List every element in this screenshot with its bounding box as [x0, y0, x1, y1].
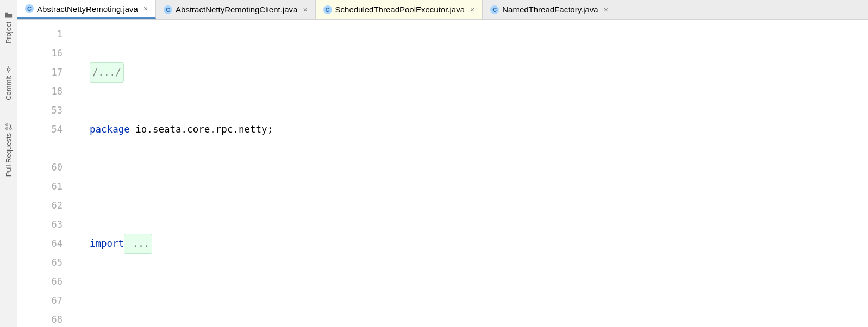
- tab-label: NamedThreadFactory.java: [502, 5, 598, 14]
- line-number: 1: [17, 25, 63, 44]
- line-number: 68: [17, 310, 63, 327]
- class-file-icon: C: [25, 4, 34, 13]
- class-file-icon: C: [164, 5, 172, 14]
- line-number: 67: [17, 291, 63, 310]
- package-path: io.seata.core.rpc.netty;: [130, 120, 273, 139]
- editor-tab-bar: C AbstractNettyRemoting.java × C Abstrac…: [17, 0, 868, 20]
- folded-region[interactable]: /.../: [90, 62, 124, 83]
- tab-abstract-netty-remoting[interactable]: C AbstractNettyRemoting.java ×: [17, 0, 156, 19]
- line-number: 18: [17, 82, 63, 101]
- tab-abstract-netty-remoting-client[interactable]: C AbstractNettyRemotingClient.java ×: [156, 0, 315, 19]
- line-number: 66: [17, 272, 63, 291]
- commit-icon: [4, 65, 13, 74]
- line-number: 60: [17, 158, 63, 177]
- folded-imports[interactable]: ...: [124, 234, 152, 254]
- close-icon[interactable]: ×: [604, 5, 608, 14]
- line-number: 64: [17, 234, 63, 253]
- tool-pr-label: Pull Requests: [4, 133, 13, 177]
- folder-icon: [4, 11, 13, 20]
- svg-point-3: [5, 124, 8, 126]
- tab-label: AbstractNettyRemotingClient.java: [176, 5, 297, 14]
- line-number: 63: [17, 215, 63, 234]
- left-tool-strip: Project Commit Pull Requests: [0, 0, 17, 327]
- line-number: 62: [17, 196, 63, 215]
- pull-request-icon: [4, 122, 13, 131]
- line-number: 65: [17, 253, 63, 272]
- tool-project-label: Project: [4, 22, 13, 43]
- keyword: import: [90, 234, 124, 253]
- tab-scheduled-thread-pool-executor[interactable]: C ScheduledThreadPoolExecutor.java ×: [316, 0, 483, 19]
- line-number: 17: [17, 63, 63, 82]
- close-icon[interactable]: ×: [470, 5, 474, 14]
- code-content[interactable]: /.../ package io.seata.core.rpc.netty; i…: [80, 20, 868, 327]
- tab-label: ScheduledThreadPoolExecutor.java: [335, 5, 465, 14]
- tool-project[interactable]: Project: [4, 11, 13, 43]
- tool-pull-requests[interactable]: Pull Requests: [4, 122, 13, 177]
- svg-point-4: [5, 128, 8, 130]
- close-icon[interactable]: ×: [143, 4, 148, 13]
- line-number: 53: [17, 101, 63, 120]
- tab-named-thread-factory[interactable]: C NamedThreadFactory.java ×: [483, 0, 616, 19]
- tool-commit[interactable]: Commit: [4, 65, 13, 100]
- code-editor[interactable]: 1 16 17 18 53 54 60 61 62 63 64 65 66 67…: [17, 20, 868, 327]
- line-number: 54: [17, 120, 63, 139]
- tool-commit-label: Commit: [4, 76, 13, 100]
- line-number: 16: [17, 44, 63, 63]
- class-file-icon: C: [323, 5, 332, 14]
- close-icon[interactable]: ×: [303, 5, 307, 14]
- keyword: package: [90, 120, 130, 139]
- class-file-icon: C: [490, 5, 499, 14]
- svg-point-5: [9, 128, 11, 130]
- line-number: 61: [17, 177, 63, 196]
- line-number: [17, 139, 63, 158]
- line-gutter: 1 16 17 18 53 54 60 61 62 63 64 65 66 67…: [17, 20, 80, 327]
- svg-point-0: [7, 68, 10, 71]
- tab-label: AbstractNettyRemoting.java: [37, 4, 138, 14]
